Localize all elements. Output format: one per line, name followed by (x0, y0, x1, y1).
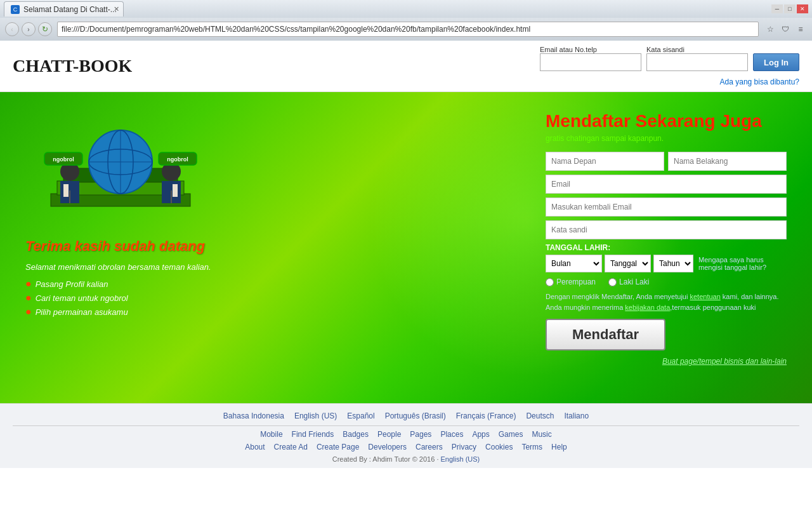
bullet-icon: ● (25, 292, 32, 304)
data-policy-link[interactable]: kebijakan data (625, 304, 670, 311)
footer-create-page[interactable]: Create Page (317, 443, 359, 451)
feature-list: ● Pasang Profil kalian ● Cari teman untu… (25, 278, 546, 318)
male-radio[interactable] (608, 278, 617, 286)
why-dob-text: Mengapa saya harus mengisi tanggal lahir… (698, 256, 787, 271)
lang-english[interactable]: English (US) (294, 411, 337, 420)
footer-people[interactable]: People (377, 430, 401, 439)
lang-deutsch[interactable]: Deutsch (526, 411, 554, 420)
browser-toolbar: ‹ › ↻ ☆ 🛡 ≡ (0, 18, 812, 41)
site-footer: Bahasa Indonesia English (US) Español Po… (0, 403, 812, 468)
footer-links-row1: Mobile Find Friends Badges People Pages … (13, 430, 799, 439)
day-select[interactable]: Tanggal 12345 678910 (605, 255, 651, 272)
tab-favicon: C (11, 5, 20, 14)
bookmark-icon[interactable]: ☆ (764, 23, 776, 36)
last-name-input[interactable] (668, 152, 787, 171)
year-select[interactable]: Tahun 2000199919981997 (653, 255, 693, 272)
refresh-button[interactable]: ↻ (38, 22, 52, 36)
female-label-text: Perempuan (556, 277, 596, 286)
left-panel: ngobrol ngobrol Terima kasih sudah datan… (25, 111, 546, 384)
help-link[interactable]: Ada yang bisa dibantu? (720, 77, 799, 86)
footer-pages[interactable]: Pages (410, 430, 431, 439)
footer-find-friends[interactable]: Find Friends (292, 430, 334, 439)
footer-privacy[interactable]: Privacy (452, 443, 476, 451)
footer-languages: Bahasa Indonesia English (US) Español Po… (13, 411, 799, 420)
window-controls: ─ □ ✕ (771, 4, 808, 13)
terms-text: Dengan mengklik Mendaftar, Anda menyetuj… (546, 291, 787, 312)
browser-tab[interactable]: C Selamat Datang Di Chatt-... ✕ (4, 1, 124, 17)
footer-about[interactable]: About (245, 443, 265, 451)
back-button[interactable]: ‹ (5, 22, 19, 36)
tab-title: Selamat Datang Di Chatt-... (23, 5, 117, 14)
lang-espanol[interactable]: Español (347, 411, 374, 420)
footer-mobile[interactable]: Mobile (260, 430, 282, 439)
feature-item-2: Cari teman untuk ngobrol (36, 293, 128, 303)
forward-button[interactable]: › (22, 22, 36, 36)
list-item: ● Pilih permainan asukamu (25, 306, 546, 318)
footer-cookies[interactable]: Cookies (485, 443, 513, 451)
svg-rect-10 (63, 184, 69, 197)
browser-titlebar: C Selamat Datang Di Chatt-... ✕ ─ □ ✕ (0, 0, 812, 18)
male-gender-label[interactable]: Laki Laki (608, 277, 649, 286)
svg-text:ngobrol: ngobrol (53, 156, 74, 163)
footer-create-ad[interactable]: Create Ad (274, 443, 308, 451)
minimize-button[interactable]: ─ (771, 4, 783, 13)
first-name-input[interactable] (546, 152, 664, 171)
maximize-button[interactable]: □ (784, 4, 796, 13)
registration-panel: Mendaftar Sekarang Juga gratis chatingan… (546, 111, 787, 384)
lang-francais[interactable]: Français (France) (456, 411, 516, 420)
shield-icon[interactable]: 🛡 (779, 23, 792, 36)
female-gender-label[interactable]: Perempuan (546, 277, 596, 286)
email-label: Email atau No.telp (540, 46, 641, 53)
login-email-input[interactable] (540, 53, 641, 71)
password-input[interactable] (546, 220, 787, 239)
email-group (546, 175, 787, 194)
register-title: Mendaftar Sekarang Juga (546, 111, 787, 131)
login-password-input[interactable] (646, 53, 748, 71)
footer-apps[interactable]: Apps (472, 430, 489, 439)
dob-row: Bulan JanuariFebruariMaret AprilMeiJuni … (546, 255, 787, 272)
footer-developers[interactable]: Developers (368, 443, 407, 451)
login-button[interactable]: Log In (753, 53, 799, 71)
header-login-top: Email atau No.telp Kata sisandi Log In (540, 46, 799, 71)
lang-bahasa[interactable]: Bahasa Indonesia (223, 411, 284, 420)
close-button[interactable]: ✕ (797, 4, 808, 13)
tab-close-icon[interactable]: ✕ (114, 5, 119, 13)
svg-text:ngobrol: ngobrol (167, 156, 188, 163)
email-input[interactable] (546, 175, 787, 194)
footer-divider (13, 425, 799, 426)
feature-item-1: Pasang Profil kalian (36, 279, 108, 289)
footer-games[interactable]: Games (499, 430, 523, 439)
address-input[interactable] (62, 25, 754, 34)
menu-icon[interactable]: ≡ (794, 23, 807, 36)
month-select[interactable]: Bulan JanuariFebruariMaret AprilMeiJuni … (546, 255, 602, 272)
register-subtitle: gratis chatingan sampai kapanpun. (546, 134, 787, 143)
confirm-email-group (546, 197, 787, 217)
footer-help[interactable]: Help (551, 443, 567, 451)
footer-terms[interactable]: Terms (521, 443, 542, 451)
business-link[interactable]: Buat page/tempel bisnis dan lain-lain (546, 357, 787, 366)
bullet-icon: ● (25, 306, 32, 318)
footer-copyright: Created By : Ahdim Tutor © 2016 · Englis… (13, 455, 799, 463)
svg-rect-14 (173, 184, 178, 197)
copyright-text: Created By : Ahdim Tutor © 2016 · (332, 455, 441, 463)
footer-places[interactable]: Places (440, 430, 463, 439)
lang-portugues[interactable]: Português (Brasil) (385, 411, 446, 420)
lang-italiano[interactable]: Italiano (564, 411, 589, 420)
address-bar-wrapper (57, 22, 759, 37)
password-group (546, 220, 787, 239)
footer-lang-current[interactable]: English (US) (441, 455, 480, 463)
terms-link[interactable]: ketentuan (690, 293, 720, 300)
register-button[interactable]: Mendaftar (546, 319, 665, 351)
footer-careers[interactable]: Careers (416, 443, 443, 451)
dob-label: TANGGAL LAHIR: (546, 243, 787, 252)
password-label: Kata sisandi (646, 46, 748, 53)
confirm-email-input[interactable] (546, 197, 787, 217)
main-content: ngobrol ngobrol Terima kasih sudah datan… (0, 92, 812, 403)
name-row (546, 152, 787, 171)
register-btn-container: Mendaftar (546, 319, 787, 357)
footer-links-row2: About Create Ad Create Page Developers C… (13, 443, 799, 451)
footer-badges[interactable]: Badges (343, 430, 369, 439)
footer-music[interactable]: Music (532, 430, 551, 439)
browser-chrome: C Selamat Datang Di Chatt-... ✕ ─ □ ✕ ‹ … (0, 0, 812, 41)
female-radio[interactable] (546, 278, 554, 286)
